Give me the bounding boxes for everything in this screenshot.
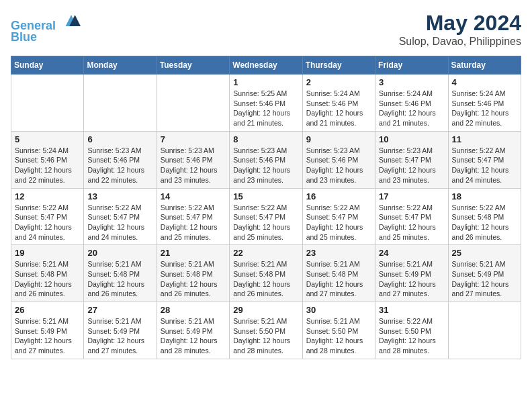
day-info: Sunrise: 5:22 AM Sunset: 5:47 PM Dayligh… (233, 203, 298, 242)
day-number: 30 (306, 305, 371, 315)
calendar-cell: 20Sunrise: 5:21 AM Sunset: 5:48 PM Dayli… (84, 245, 157, 302)
calendar-table: SundayMondayTuesdayWednesdayThursdayFrid… (11, 56, 521, 359)
day-number: 20 (87, 248, 152, 258)
day-number: 8 (233, 134, 298, 144)
day-info: Sunrise: 5:22 AM Sunset: 5:47 PM Dayligh… (161, 203, 226, 242)
calendar-week-row: 19Sunrise: 5:21 AM Sunset: 5:48 PM Dayli… (11, 245, 521, 302)
calendar-cell: 26Sunrise: 5:21 AM Sunset: 5:49 PM Dayli… (11, 302, 84, 359)
day-number: 5 (15, 134, 80, 144)
day-info: Sunrise: 5:21 AM Sunset: 5:49 PM Dayligh… (87, 316, 152, 356)
day-number: 16 (306, 191, 371, 201)
day-number: 3 (379, 77, 444, 87)
day-number: 17 (379, 191, 444, 201)
calendar-cell: 15Sunrise: 5:22 AM Sunset: 5:47 PM Dayli… (230, 188, 302, 245)
day-number: 10 (379, 134, 444, 144)
day-info: Sunrise: 5:22 AM Sunset: 5:47 PM Dayligh… (452, 146, 517, 185)
day-number: 4 (452, 77, 517, 87)
weekday-header: Tuesday (157, 56, 229, 75)
logo: General Blue (11, 11, 81, 44)
calendar-cell: 6Sunrise: 5:23 AM Sunset: 5:46 PM Daylig… (84, 131, 157, 188)
calendar-cell (157, 75, 229, 132)
day-info: Sunrise: 5:21 AM Sunset: 5:49 PM Dayligh… (15, 316, 80, 356)
day-number: 27 (87, 305, 152, 315)
day-info: Sunrise: 5:25 AM Sunset: 5:46 PM Dayligh… (233, 89, 298, 128)
calendar-cell: 9Sunrise: 5:23 AM Sunset: 5:46 PM Daylig… (302, 131, 375, 188)
day-number: 6 (87, 134, 152, 144)
day-number: 15 (233, 191, 298, 201)
day-info: Sunrise: 5:22 AM Sunset: 5:47 PM Dayligh… (87, 203, 152, 242)
day-number: 7 (161, 134, 226, 144)
day-info: Sunrise: 5:21 AM Sunset: 5:50 PM Dayligh… (233, 316, 298, 356)
weekday-header: Saturday (448, 56, 521, 75)
day-info: Sunrise: 5:24 AM Sunset: 5:46 PM Dayligh… (379, 89, 444, 128)
calendar-body: 1Sunrise: 5:25 AM Sunset: 5:46 PM Daylig… (11, 75, 521, 359)
day-number: 19 (15, 248, 80, 258)
calendar-header-row: SundayMondayTuesdayWednesdayThursdayFrid… (11, 56, 521, 75)
calendar-cell (84, 75, 157, 132)
day-number: 25 (452, 248, 517, 258)
calendar-cell: 2Sunrise: 5:24 AM Sunset: 5:46 PM Daylig… (302, 75, 375, 132)
day-info: Sunrise: 5:23 AM Sunset: 5:46 PM Dayligh… (306, 146, 371, 185)
calendar-cell: 16Sunrise: 5:22 AM Sunset: 5:47 PM Dayli… (302, 188, 375, 245)
day-info: Sunrise: 5:21 AM Sunset: 5:50 PM Dayligh… (306, 316, 371, 356)
day-number: 29 (233, 305, 298, 315)
day-number: 21 (161, 248, 226, 258)
weekday-header: Thursday (302, 56, 375, 75)
calendar-cell: 13Sunrise: 5:22 AM Sunset: 5:47 PM Dayli… (84, 188, 157, 245)
day-info: Sunrise: 5:23 AM Sunset: 5:46 PM Dayligh… (161, 146, 226, 185)
calendar-cell: 18Sunrise: 5:22 AM Sunset: 5:48 PM Dayli… (448, 188, 521, 245)
day-number: 13 (87, 191, 152, 201)
calendar-cell: 3Sunrise: 5:24 AM Sunset: 5:46 PM Daylig… (375, 75, 448, 132)
page-header: General Blue May 2024 Sulop, Davao, Phil… (11, 11, 521, 48)
day-number: 18 (452, 191, 517, 201)
day-info: Sunrise: 5:22 AM Sunset: 5:47 PM Dayligh… (306, 203, 371, 242)
day-info: Sunrise: 5:22 AM Sunset: 5:50 PM Dayligh… (379, 316, 444, 356)
main-title: May 2024 (399, 11, 521, 36)
calendar-cell: 5Sunrise: 5:24 AM Sunset: 5:46 PM Daylig… (11, 131, 84, 188)
day-info: Sunrise: 5:23 AM Sunset: 5:46 PM Dayligh… (233, 146, 298, 185)
calendar-cell: 11Sunrise: 5:22 AM Sunset: 5:47 PM Dayli… (448, 131, 521, 188)
calendar-cell (448, 302, 521, 359)
calendar-cell: 7Sunrise: 5:23 AM Sunset: 5:46 PM Daylig… (157, 131, 229, 188)
day-number: 12 (15, 191, 80, 201)
calendar-cell: 25Sunrise: 5:21 AM Sunset: 5:49 PM Dayli… (448, 245, 521, 302)
day-info: Sunrise: 5:21 AM Sunset: 5:48 PM Dayligh… (87, 259, 152, 299)
day-info: Sunrise: 5:22 AM Sunset: 5:47 PM Dayligh… (379, 203, 444, 242)
day-info: Sunrise: 5:21 AM Sunset: 5:49 PM Dayligh… (379, 259, 444, 299)
day-number: 31 (379, 305, 444, 315)
day-number: 22 (233, 248, 298, 258)
day-info: Sunrise: 5:23 AM Sunset: 5:47 PM Dayligh… (379, 146, 444, 185)
calendar-cell: 29Sunrise: 5:21 AM Sunset: 5:50 PM Dayli… (230, 302, 302, 359)
day-number: 28 (161, 305, 226, 315)
day-info: Sunrise: 5:24 AM Sunset: 5:46 PM Dayligh… (452, 89, 517, 128)
day-number: 2 (306, 77, 371, 87)
weekday-header: Sunday (11, 56, 84, 75)
calendar-cell: 27Sunrise: 5:21 AM Sunset: 5:49 PM Dayli… (84, 302, 157, 359)
day-number: 14 (161, 191, 226, 201)
calendar-cell: 23Sunrise: 5:21 AM Sunset: 5:48 PM Dayli… (302, 245, 375, 302)
day-info: Sunrise: 5:24 AM Sunset: 5:46 PM Dayligh… (15, 146, 80, 185)
day-number: 26 (15, 305, 80, 315)
day-info: Sunrise: 5:21 AM Sunset: 5:48 PM Dayligh… (161, 259, 226, 299)
day-info: Sunrise: 5:21 AM Sunset: 5:48 PM Dayligh… (233, 259, 298, 299)
day-info: Sunrise: 5:21 AM Sunset: 5:49 PM Dayligh… (161, 316, 226, 356)
calendar-cell (11, 75, 84, 132)
calendar-cell: 1Sunrise: 5:25 AM Sunset: 5:46 PM Daylig… (230, 75, 302, 132)
day-number: 23 (306, 248, 371, 258)
calendar-cell: 4Sunrise: 5:24 AM Sunset: 5:46 PM Daylig… (448, 75, 521, 132)
calendar-cell: 10Sunrise: 5:23 AM Sunset: 5:47 PM Dayli… (375, 131, 448, 188)
day-info: Sunrise: 5:22 AM Sunset: 5:47 PM Dayligh… (15, 203, 80, 242)
day-info: Sunrise: 5:23 AM Sunset: 5:46 PM Dayligh… (87, 146, 152, 185)
calendar-week-row: 1Sunrise: 5:25 AM Sunset: 5:46 PM Daylig… (11, 75, 521, 132)
calendar-cell: 8Sunrise: 5:23 AM Sunset: 5:46 PM Daylig… (230, 131, 302, 188)
day-info: Sunrise: 5:21 AM Sunset: 5:48 PM Dayligh… (306, 259, 371, 299)
calendar-cell: 28Sunrise: 5:21 AM Sunset: 5:49 PM Dayli… (157, 302, 229, 359)
day-number: 9 (306, 134, 371, 144)
calendar-cell: 24Sunrise: 5:21 AM Sunset: 5:49 PM Dayli… (375, 245, 448, 302)
calendar-cell: 21Sunrise: 5:21 AM Sunset: 5:48 PM Dayli… (157, 245, 229, 302)
calendar-cell: 12Sunrise: 5:22 AM Sunset: 5:47 PM Dayli… (11, 188, 84, 245)
calendar-cell: 14Sunrise: 5:22 AM Sunset: 5:47 PM Dayli… (157, 188, 229, 245)
weekday-header: Wednesday (230, 56, 302, 75)
calendar-cell: 31Sunrise: 5:22 AM Sunset: 5:50 PM Dayli… (375, 302, 448, 359)
logo-icon (62, 11, 81, 30)
